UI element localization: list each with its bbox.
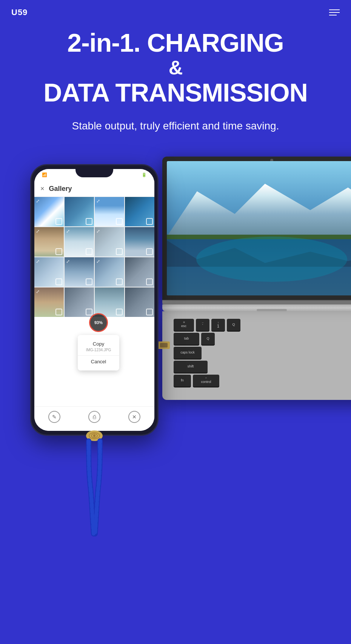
photo-checkbox[interactable] <box>55 309 62 315</box>
wallpaper-svg <box>167 161 351 295</box>
expand-icon: ⤢ <box>96 229 100 234</box>
photo-checkbox[interactable] <box>146 278 153 285</box>
photo-checkbox[interactable] <box>86 278 92 285</box>
list-item[interactable]: ⤢ <box>34 197 64 226</box>
keyboard-section: ☀ esc ~ ` ! 1 Q tab <box>162 311 351 400</box>
phone-notch <box>75 169 113 177</box>
photo-checkbox[interactable] <box>86 248 92 255</box>
phone-bottom-nav: ✎ ⎙ ✕ <box>34 406 154 431</box>
signal-icon: 📶 <box>42 172 47 177</box>
list-item[interactable] <box>125 287 154 317</box>
popup-menu: Copy IMG-1234.JPG Cancel <box>78 335 119 370</box>
photo-checkbox[interactable] <box>86 218 92 225</box>
list-item[interactable]: ⤢ <box>95 257 124 287</box>
caps-lock-label: caps lock <box>180 350 195 355</box>
list-item[interactable]: ⤢ <box>65 257 94 287</box>
list-item[interactable]: ⤢ <box>95 227 124 257</box>
expand-icon: ⤢ <box>36 198 40 204</box>
list-item[interactable] <box>65 287 94 317</box>
expand-icon: ⤢ <box>36 259 40 264</box>
photo-checkbox[interactable] <box>146 248 153 255</box>
expand-icon: ⤢ <box>66 259 70 264</box>
list-item[interactable] <box>125 227 154 257</box>
cable-bottom-svg <box>30 428 159 541</box>
keyboard-row-4: shift <box>174 361 351 373</box>
list-item[interactable]: ⤢ <box>34 287 64 317</box>
list-item[interactable] <box>95 287 124 317</box>
gallery-close-button[interactable]: × <box>40 185 45 193</box>
esc-key[interactable]: ☀ esc <box>174 319 194 331</box>
photo-checkbox[interactable] <box>116 218 123 225</box>
shift-key[interactable]: shift <box>174 361 208 373</box>
q-key[interactable]: Q <box>227 319 240 331</box>
phone-screen: 📶 08:08 🔋 × Gallery ⤢ <box>34 169 154 431</box>
delete-icon[interactable]: ✕ <box>128 411 140 423</box>
q-key-2[interactable]: Q <box>201 333 215 345</box>
list-item[interactable] <box>65 197 94 226</box>
keyboard-row-2: tab Q <box>174 333 351 345</box>
list-item[interactable]: ⤢ <box>34 227 64 257</box>
edit-icon[interactable]: ✎ <box>48 411 60 423</box>
svg-point-3 <box>93 435 95 437</box>
keyboard-row-5: fn ^ control <box>174 375 351 387</box>
transfer-popup: 93% Copy IMG-1234.JPG Cancel <box>78 313 119 370</box>
header: U59 <box>0 0 351 21</box>
hero-section: 2-in-1. CHARGING & DATA TRANSMISSION Sta… <box>0 21 351 149</box>
1-key[interactable]: ! 1 <box>211 319 225 331</box>
expand-icon: ⤢ <box>96 259 100 264</box>
laptop-mockup: ☀ esc ~ ` ! 1 Q tab <box>162 157 351 400</box>
brand-label: U59 <box>11 8 28 17</box>
tilde-key[interactable]: ~ ` <box>196 319 209 331</box>
svg-rect-16 <box>160 343 168 347</box>
photo-checkbox[interactable] <box>55 248 62 255</box>
laptop-display <box>167 161 351 295</box>
list-item[interactable]: ⤢ <box>95 197 124 226</box>
laptop-base-bar <box>162 304 351 311</box>
battery-icon: 🔋 <box>142 172 147 177</box>
tab-key[interactable]: tab <box>174 333 199 345</box>
photo-checkbox[interactable] <box>146 309 153 315</box>
progress-value: 93% <box>94 320 103 325</box>
copy-button[interactable]: Copy IMG-1234.JPG <box>78 338 119 356</box>
laptop-hinge <box>162 300 351 304</box>
keyboard-row-3: caps lock <box>174 347 351 359</box>
photo-checkbox[interactable] <box>116 248 123 255</box>
photo-checkbox[interactable] <box>55 278 62 285</box>
hero-subtitle: Stable output, truly efficient and time … <box>15 118 336 134</box>
expand-icon: ⤢ <box>66 229 70 234</box>
list-item[interactable]: ⤢ <box>65 227 94 257</box>
hero-title: 2-in-1. CHARGING & DATA TRANSMISSION <box>15 29 336 107</box>
photo-checkbox[interactable] <box>146 218 153 225</box>
cancel-button[interactable]: Cancel <box>78 356 119 367</box>
caps-lock-key[interactable]: caps lock <box>174 347 202 359</box>
laptop-screen <box>162 157 351 300</box>
expand-icon: ⤢ <box>36 289 40 294</box>
photo-grid: ⤢ ⤢ ⤢ <box>34 197 154 317</box>
keyboard-row-1: ☀ esc ~ ` ! 1 Q <box>174 319 351 331</box>
fn-key[interactable]: fn <box>174 375 191 387</box>
shift-label: shift <box>188 364 194 369</box>
photo-checkbox[interactable] <box>116 278 123 285</box>
progress-circle: 93% <box>89 313 108 332</box>
share-icon[interactable]: ⎙ <box>88 411 100 423</box>
photo-checkbox[interactable] <box>55 218 62 225</box>
expand-icon: ⤢ <box>96 198 100 204</box>
gallery-header: × Gallery <box>34 181 154 197</box>
key-icon: ☀ <box>183 321 185 324</box>
expand-icon: ⤢ <box>36 229 40 234</box>
list-item[interactable]: ⤢ <box>34 257 64 287</box>
phone-mockup: 📶 08:08 🔋 × Gallery ⤢ <box>30 164 159 436</box>
list-item[interactable] <box>125 197 154 226</box>
phone-outer: 📶 08:08 🔋 × Gallery ⤢ <box>30 164 159 436</box>
showcase-area: 📶 08:08 🔋 × Gallery ⤢ <box>0 157 351 609</box>
menu-icon[interactable] <box>329 9 340 15</box>
svg-point-10 <box>196 237 347 282</box>
control-key[interactable]: ^ control <box>193 375 219 387</box>
gallery-title: Gallery <box>49 185 72 193</box>
list-item[interactable] <box>125 257 154 287</box>
